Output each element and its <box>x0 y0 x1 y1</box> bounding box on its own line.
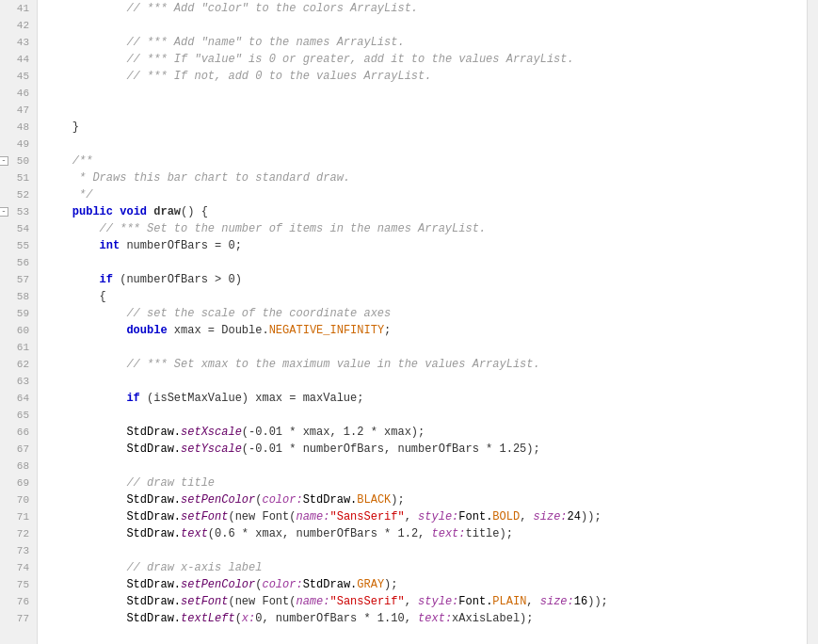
line-number: 47 <box>10 105 33 116</box>
code-token <box>45 491 126 508</box>
line-number: 72 <box>10 528 33 539</box>
line-number: 45 <box>10 71 33 82</box>
gutter-row: 45 <box>0 68 37 85</box>
code-token: () { <box>181 203 208 220</box>
code-line: // set the scale of the coordinate axes <box>45 305 807 322</box>
code-token: size: <box>540 593 574 610</box>
fold-icon[interactable]: - <box>0 207 8 217</box>
gutter-row: 71 <box>0 508 37 525</box>
code-token: "SansSerif" <box>329 593 404 610</box>
code-line: StdDraw.setPenColor(color:StdDraw.GRAY); <box>45 576 807 593</box>
gutter-row: 51 <box>0 169 37 186</box>
code-token: (-0.01 * xmax, 1.2 * xmax); <box>242 424 425 441</box>
code-token: text <box>181 525 208 542</box>
code-line: StdDraw.setYscale(-0.01 * numberOfBars, … <box>45 441 807 458</box>
code-token <box>45 169 79 186</box>
code-line: StdDraw.setFont(new Font(name:"SansSerif… <box>45 593 807 610</box>
code-token: void <box>120 203 147 220</box>
fold-icon[interactable]: - <box>0 156 8 166</box>
code-token <box>45 559 126 576</box>
code-token: size: <box>534 508 568 525</box>
code-token: StdDraw. <box>126 525 181 542</box>
code-token: draw <box>153 203 181 220</box>
line-number: 58 <box>10 291 33 302</box>
code-line: { <box>45 288 807 305</box>
code-token: // *** Add "color" to the colors ArrayLi… <box>126 0 418 17</box>
code-token: style: <box>418 508 458 525</box>
code-token: numberOfBars = 0; <box>120 237 242 254</box>
code-token-empty <box>45 407 52 424</box>
code-token <box>45 271 100 288</box>
code-token: 24 <box>568 508 581 525</box>
code-token: PLAIN <box>492 593 526 610</box>
code-line: // *** Add "color" to the colors ArrayLi… <box>45 0 807 17</box>
scrollbar-right[interactable] <box>807 0 818 644</box>
code-token: // draw title <box>126 475 215 491</box>
line-number: 49 <box>10 138 33 150</box>
code-token: ); <box>520 610 533 627</box>
code-token: BLACK <box>357 491 391 508</box>
line-number: 68 <box>10 460 33 472</box>
line-number: 67 <box>10 443 33 455</box>
code-line: int numberOfBars = 0; <box>45 237 807 254</box>
code-token <box>45 390 126 407</box>
line-number: 52 <box>10 189 33 201</box>
line-number: 74 <box>10 562 33 573</box>
code-token: /** <box>72 153 93 169</box>
code-line: StdDraw.setPenColor(color:StdDraw.BLACK)… <box>45 491 807 508</box>
code-token: (numberOfBars > 0) <box>113 271 242 288</box>
code-line <box>45 136 807 153</box>
gutter-row: 43 <box>0 34 37 51</box>
code-area[interactable]: // *** Add "color" to the colors ArrayLi… <box>38 0 807 644</box>
code-line: // *** If not, add 0 to the values Array… <box>45 68 807 85</box>
line-number-gutter: 414243444546474849-505152-53545556575859… <box>0 0 38 644</box>
gutter-row: 58 <box>0 288 37 305</box>
line-number: 63 <box>10 376 33 387</box>
gutter-row: 62 <box>0 356 37 373</box>
code-token: setYscale <box>181 441 242 458</box>
code-token: ); <box>500 525 513 542</box>
code-token: text: <box>418 610 452 627</box>
line-number: 61 <box>10 342 33 353</box>
line-number: 73 <box>10 545 33 556</box>
code-line: StdDraw.setXscale(-0.01 * xmax, 1.2 * xm… <box>45 424 807 441</box>
gutter-row: 46 <box>0 85 37 102</box>
code-token: textLeft <box>181 610 235 627</box>
code-token <box>45 0 126 17</box>
gutter-row: 57 <box>0 271 37 288</box>
code-line <box>45 407 807 424</box>
code-token-empty <box>45 254 52 271</box>
code-token: x: <box>242 610 255 627</box>
code-line: double xmax = Double.NEGATIVE_INFINITY; <box>45 322 807 339</box>
gutter-row: 55 <box>0 237 37 254</box>
code-token: 0, numberOfBars * 1.10, <box>255 610 418 627</box>
code-token: color: <box>262 576 302 593</box>
code-token-empty <box>45 102 52 119</box>
code-token: * Draws this bar chart to standard draw. <box>79 169 350 186</box>
code-token: // *** Set xmax to the maximum value in … <box>126 356 539 373</box>
line-number: 69 <box>10 477 33 489</box>
code-token <box>45 305 126 322</box>
line-number: 42 <box>10 20 33 31</box>
code-token-empty <box>45 85 52 102</box>
code-line: if (numberOfBars > 0) <box>45 271 807 288</box>
code-token <box>45 610 126 627</box>
code-token: double <box>126 322 167 339</box>
gutter-row: 59 <box>0 305 37 322</box>
code-token: GRAY <box>357 576 384 593</box>
code-token: Font. <box>458 508 492 525</box>
code-token: ( <box>228 508 234 525</box>
code-token: StdDraw. <box>126 576 181 593</box>
line-number: 51 <box>10 172 33 184</box>
code-token: ( <box>255 576 262 593</box>
code-line <box>45 102 807 119</box>
gutter-row: 47 <box>0 102 37 119</box>
code-token <box>45 51 126 68</box>
editor-container: 414243444546474849-505152-53545556575859… <box>0 0 818 644</box>
code-token: StdDraw. <box>126 610 181 627</box>
line-number: 76 <box>10 596 33 607</box>
code-token: setPenColor <box>181 576 255 593</box>
code-token: if <box>100 271 113 288</box>
code-token: StdDraw. <box>303 491 358 508</box>
code-line <box>45 17 807 34</box>
